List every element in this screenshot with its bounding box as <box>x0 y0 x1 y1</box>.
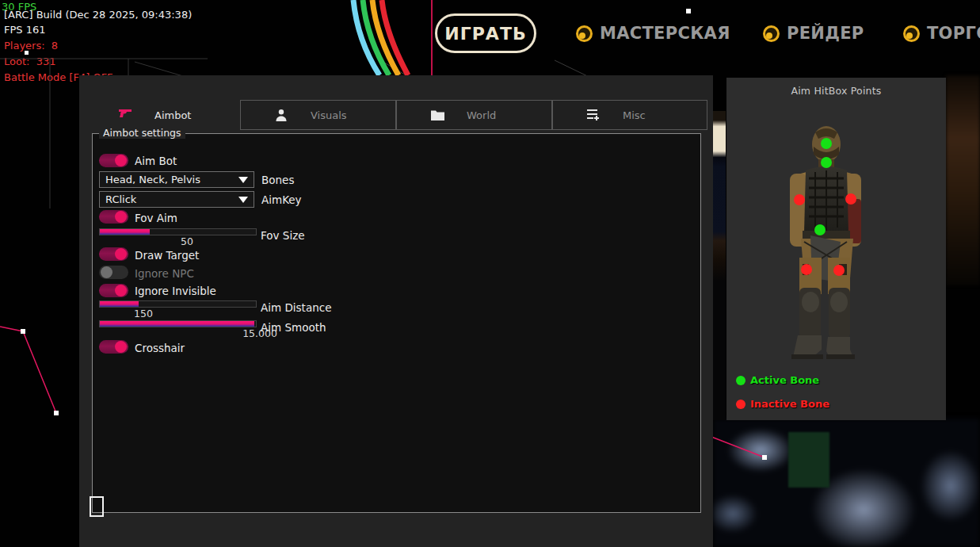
chevron-down-icon <box>238 177 248 183</box>
tab-label: Aimbot <box>154 109 191 121</box>
aimkey-label: AimKey <box>261 193 302 206</box>
legend-active-bone: Active Bone <box>736 374 819 386</box>
crosshair-label: Crosshair <box>135 342 185 354</box>
person-icon <box>274 108 288 122</box>
active-bone-dot <box>736 376 745 385</box>
folder-icon <box>430 108 444 122</box>
hitbox-dot-neck <box>821 157 832 168</box>
hitbox-dot-right-shoulder <box>794 194 805 205</box>
draw-target-label: Draw Target <box>135 249 199 262</box>
gun-icon <box>118 108 132 122</box>
ignore-invisible-toggle[interactable] <box>99 284 128 297</box>
tab-label: World <box>467 109 496 121</box>
hitbox-panel-title: Aim HitBox Points <box>726 85 946 97</box>
aimbot-settings-group: Aimbot settings Aim Bot Head, Neck, Pelv… <box>92 133 701 513</box>
chevron-down-icon <box>238 197 248 203</box>
tab-label: Misc <box>623 109 646 121</box>
tab-visuals[interactable]: Visuals <box>240 100 396 130</box>
aim-bot-toggle[interactable] <box>99 154 128 167</box>
aimkey-dropdown[interactable]: RClick <box>99 191 254 208</box>
fov-aim-label: Fov Aim <box>135 212 177 224</box>
aim-distance-label: Aim Distance <box>261 301 331 314</box>
legend-label: Inactive Bone <box>750 398 829 410</box>
hitbox-dot-left-shoulder <box>845 193 856 205</box>
inactive-bone-dot <box>736 400 745 409</box>
hitbox-dot-pelvis <box>814 224 826 235</box>
tune-icon <box>586 108 601 122</box>
draw-target-toggle[interactable] <box>99 247 128 261</box>
game-screen: 30 FPS [ARC] Build (Dec 28 2025, 09:43:3… <box>0 0 980 547</box>
hitbox-dot-head <box>821 138 832 149</box>
aim-distance-value: 150 <box>120 308 167 319</box>
group-title: Aimbot settings <box>99 127 185 139</box>
cheat-menu-window: Aimbot Visuals World Misc Aimb <box>79 75 713 547</box>
crosshair-toggle[interactable] <box>99 340 128 354</box>
hitbox-dot-left-thigh <box>833 265 845 276</box>
tab-aimbot[interactable]: Aimbot <box>85 100 241 130</box>
legend-label: Active Bone <box>750 374 819 386</box>
hitbox-dot-right-thigh <box>801 264 812 275</box>
esp-corner-box <box>90 496 104 517</box>
bones-dropdown[interactable]: Head, Neck, Pelvis <box>99 171 254 188</box>
fov-size-value: 50 <box>163 235 211 247</box>
tab-label: Visuals <box>311 109 347 121</box>
aim-distance-slider[interactable] <box>99 300 257 308</box>
fov-size-slider[interactable] <box>99 228 257 235</box>
bones-value: Head, Neck, Pelvis <box>105 174 238 186</box>
aim-bot-label: Aim Bot <box>135 155 177 167</box>
aimkey-value: RClick <box>105 193 238 205</box>
fov-aim-toggle[interactable] <box>99 210 128 224</box>
tab-misc[interactable]: Misc <box>552 100 707 130</box>
aim-smooth-slider[interactable] <box>99 320 257 327</box>
bones-label: Bones <box>261 174 294 186</box>
hitbox-panel: Aim HitBox Points <box>726 78 946 420</box>
ignore-npc-label: Ignore NPC <box>135 267 194 280</box>
aim-smooth-label: Aim Smooth <box>261 321 326 334</box>
tab-world[interactable]: World <box>396 100 552 130</box>
ignore-npc-toggle[interactable] <box>99 266 128 279</box>
fov-size-label: Fov Size <box>261 229 305 242</box>
ignore-invisible-label: Ignore Invisible <box>135 285 216 297</box>
legend-inactive-bone: Inactive Bone <box>736 398 829 410</box>
